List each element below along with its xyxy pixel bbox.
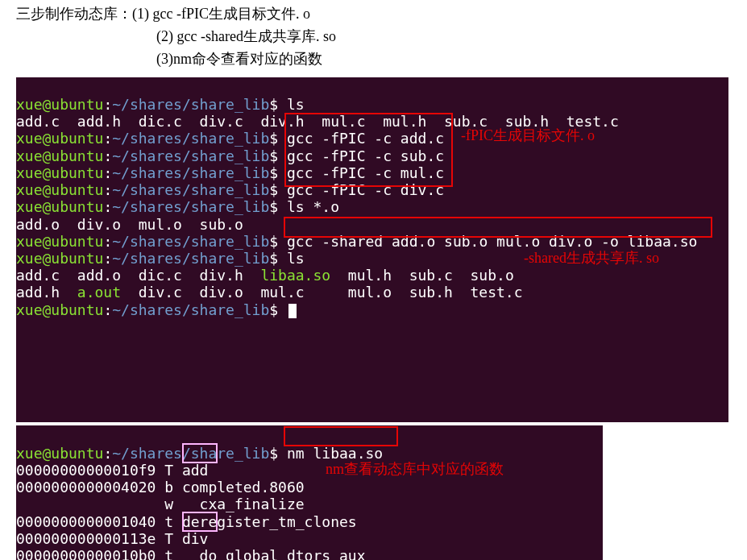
cmd-ls-2: ls bbox=[287, 250, 305, 267]
cursor-icon bbox=[288, 304, 297, 318]
ls2-libaa: libaa.so bbox=[260, 267, 330, 284]
cmd-gcc-sub: gcc -fPIC -c sub.c bbox=[287, 147, 444, 164]
ls2-row2-a: add.h bbox=[16, 284, 77, 301]
cmd-ls: ls bbox=[287, 96, 305, 113]
prompt-user: xue@ubuntu bbox=[16, 96, 103, 113]
step-1: (1) gcc -fPIC生成目标文件. o bbox=[132, 6, 310, 22]
annotation-shared: -shared生成共享库. so bbox=[524, 250, 659, 267]
instruction-block: 三步制作动态库：(1) gcc -fPIC生成目标文件. o (2) gcc -… bbox=[0, 0, 747, 77]
annotation-nm: nm查看动态库中对应的函数 bbox=[326, 461, 504, 478]
terminal-block-1: xue@ubuntu:~/shares/share_lib$ ls add.c … bbox=[16, 77, 728, 423]
instruction-line-1: 三步制作动态库：(1) gcc -fPIC生成目标文件. o bbox=[16, 3, 731, 26]
prompt-dollar: $ bbox=[269, 96, 287, 113]
prompt-colon: : bbox=[103, 96, 112, 113]
cmd-gcc-add: gcc -fPIC -c add.c bbox=[287, 130, 444, 147]
cmd-nm: nm libaa.so bbox=[287, 445, 383, 462]
prompt-path: ~/shares/share_lib bbox=[112, 96, 269, 113]
nm-l5-sym: div bbox=[182, 530, 209, 547]
document-root: 三步制作动态库：(1) gcc -fPIC生成目标文件. o (2) gcc -… bbox=[0, 0, 747, 560]
nm-l4: 0000000000001040 t deregister_tm_clones bbox=[16, 513, 357, 530]
nm-l2: 0000000000004020 b completed.8060 bbox=[16, 479, 305, 496]
ls2-row1-b: mul.h sub.c sub.o bbox=[330, 267, 514, 284]
nm-l6: 00000000000010b0 t __do_global_dtors_aux bbox=[16, 547, 365, 560]
ls-output-1: add.c add.h dic.c div.c div.h mul.c mul.… bbox=[16, 113, 619, 130]
cmd-ls-o: ls *.o bbox=[287, 198, 339, 215]
cmd-gcc-div: gcc -fPIC -c div.c bbox=[287, 181, 444, 198]
terminal-block-2: xue@ubuntu:~/shares/share_lib$ nm libaa.… bbox=[16, 425, 603, 560]
ls2-row1-a: add.c add.o dic.c div.h bbox=[16, 267, 260, 284]
ls2-row2-b: div.c div.o mul.c mul.o sub.h test.c bbox=[121, 284, 523, 301]
cmd-gcc-mul: gcc -fPIC -c mul.c bbox=[287, 164, 444, 181]
instruction-prefix: 三步制作动态库： bbox=[16, 6, 132, 22]
step-3: (3)nm命令查看对应的函数 bbox=[16, 48, 731, 71]
nm-l5-addr: 000000000000113e T bbox=[16, 530, 182, 547]
nm-l1-addr: 00000000000010f9 T bbox=[16, 462, 182, 479]
nm-l3: w __cxa_finalize bbox=[16, 496, 305, 512]
nm-l1-sym: add bbox=[182, 462, 209, 479]
ls2-aout: a.out bbox=[77, 284, 121, 301]
step-2: (2) gcc -shared生成共享库. so bbox=[16, 26, 731, 48]
cmd-gcc-shared: gcc -shared add.o sub.o mul.o div.o -o l… bbox=[287, 233, 697, 250]
ls-o-output: add.o div.o mul.o sub.o bbox=[16, 216, 243, 233]
